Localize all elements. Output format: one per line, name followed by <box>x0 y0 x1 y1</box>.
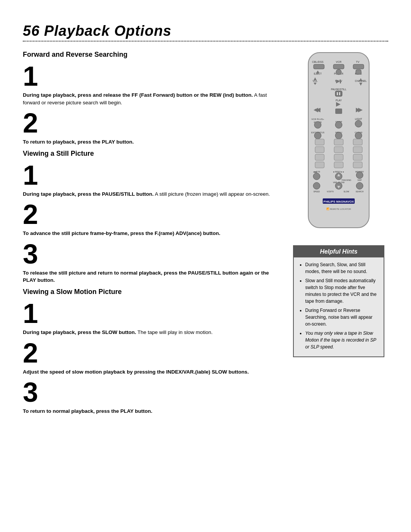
svg-text:📶 REMOTE LOCATOR: 📶 REMOTE LOCATOR <box>327 208 351 211</box>
svg-rect-25 <box>339 92 340 95</box>
still-step-2-text: To advance the still picture frame-by-fr… <box>23 230 278 237</box>
svg-text:SKIP: SKIP <box>357 179 362 181</box>
main-layout: Forward and Reverse Searching 1 During t… <box>23 47 388 418</box>
svg-point-41 <box>335 121 342 128</box>
svg-rect-6 <box>353 64 364 69</box>
hint-item: Slow and Still modes automatically switc… <box>305 277 378 305</box>
svg-text:SPEED: SPEED <box>314 190 320 193</box>
hint-item: During Search, Slow, and Still modes, th… <box>305 261 378 275</box>
left-column: Forward and Reverse Searching 1 During t… <box>23 47 278 418</box>
svg-text:►INDEX►►: ►INDEX►► <box>333 171 344 173</box>
step-1-text: During tape playback, press and release … <box>23 91 278 106</box>
svg-point-47 <box>355 132 362 139</box>
svg-point-75 <box>313 173 320 180</box>
svg-point-46 <box>335 132 342 139</box>
section-slow-motion: Viewing a Slow Motion Picture 1 During t… <box>23 288 278 415</box>
svg-rect-4 <box>314 64 324 69</box>
slow-step-3-number: 3 <box>23 379 278 406</box>
step-2-number: 2 <box>23 109 278 137</box>
section-heading-still-picture: Viewing a Still Picture <box>23 150 278 158</box>
section-still-picture: Viewing a Still Picture 1 During tape pl… <box>23 150 278 284</box>
svg-rect-59 <box>353 147 362 153</box>
svg-rect-51 <box>315 139 324 145</box>
svg-rect-69 <box>315 162 324 168</box>
helpful-hints-body: During Search, Slow, and Still modes, th… <box>294 257 384 356</box>
svg-text:CBL/DSS: CBL/DSS <box>312 61 323 63</box>
svg-point-80 <box>313 182 320 189</box>
svg-rect-5 <box>333 64 344 69</box>
svg-text:SEARCH: SEARCH <box>356 190 364 193</box>
svg-rect-52 <box>334 139 343 145</box>
svg-text:PHILIPS MAGNAVOX: PHILIPS MAGNAVOX <box>323 200 354 203</box>
remote-svg: CBL/DSS VCR TV EJECT POWER MUTE VOL <box>297 51 381 233</box>
svg-point-82 <box>356 182 363 189</box>
svg-point-39 <box>314 121 321 128</box>
slow-step-2-text: Adjust the speed of slow motion playback… <box>23 368 278 376</box>
svg-text:TRACKING: TRACKING <box>341 179 351 181</box>
still-step-2-number: 2 <box>23 201 278 228</box>
helpful-hints-box: Helpful Hints During Search, Slow, and S… <box>293 245 384 357</box>
svg-text:VCR PLUS+: VCR PLUS+ <box>311 118 324 120</box>
still-step-3-text: To release the still picture and return … <box>23 269 278 284</box>
svg-rect-70 <box>334 162 343 168</box>
svg-rect-23 <box>335 91 342 96</box>
helpful-hints-list: During Search, Slow, and Still modes, th… <box>299 261 378 350</box>
svg-rect-24 <box>337 92 338 95</box>
svg-text:LIGHT: LIGHT <box>355 118 362 120</box>
svg-text:SLOW: SLOW <box>344 190 349 193</box>
slow-step-3-text: To return to normal playback, press the … <box>23 407 278 415</box>
still-step-3-number: 3 <box>23 240 278 268</box>
slow-step-1-number: 1 <box>23 300 278 327</box>
svg-rect-19 <box>340 80 341 83</box>
still-step-1-number: 1 <box>23 161 278 189</box>
svg-point-45 <box>314 132 321 139</box>
svg-rect-63 <box>315 154 324 160</box>
svg-rect-34 <box>335 109 342 114</box>
slow-step-2-number: 2 <box>23 339 278 367</box>
right-column: CBL/DSS VCR TV EJECT POWER MUTE VOL <box>289 47 388 357</box>
svg-text:VCR: VCR <box>336 61 342 63</box>
svg-text:PAUSE/STILL: PAUSE/STILL <box>331 88 347 91</box>
step-1-number: 1 <box>23 62 278 90</box>
svg-rect-71 <box>353 162 362 168</box>
svg-text:TV: TV <box>356 61 360 63</box>
svg-rect-12 <box>356 70 361 74</box>
hint-item: You may only view a tape in Slow Motion … <box>305 330 378 350</box>
section-divider <box>23 41 388 42</box>
slow-step-1-text: During tape playback, press the SLOW but… <box>23 329 278 336</box>
svg-text:◀◀DTR: ◀◀DTR <box>313 171 320 173</box>
step-2-text: To return to playback, press the PLAY bu… <box>23 138 278 146</box>
page-title: 56 Playback Options <box>23 23 388 39</box>
svg-rect-64 <box>334 154 343 160</box>
svg-point-77 <box>356 172 363 179</box>
section-forward-reverse: Forward and Reverse Searching 1 During t… <box>23 51 278 146</box>
hint-item: During Forward or Reverse Searching, noi… <box>305 307 378 328</box>
svg-text:VCR/TV: VCR/TV <box>327 190 334 193</box>
svg-point-40 <box>355 120 362 127</box>
svg-rect-58 <box>334 147 343 153</box>
svg-point-11 <box>336 69 341 75</box>
helpful-hints-header: Helpful Hints <box>294 246 384 257</box>
section-heading-slow-motion: Viewing a Slow Motion Picture <box>23 288 278 296</box>
section-heading-forward-reverse: Forward and Reverse Searching <box>23 51 278 59</box>
remote-control: CBL/DSS VCR TV EJECT POWER MUTE VOL <box>297 51 381 235</box>
svg-rect-57 <box>315 147 324 153</box>
svg-rect-65 <box>353 154 362 160</box>
svg-rect-53 <box>353 139 362 145</box>
still-step-1-text: During tape playback, press the PAUSE/ST… <box>23 190 278 198</box>
svg-text:PLAY: PLAY <box>336 99 342 102</box>
